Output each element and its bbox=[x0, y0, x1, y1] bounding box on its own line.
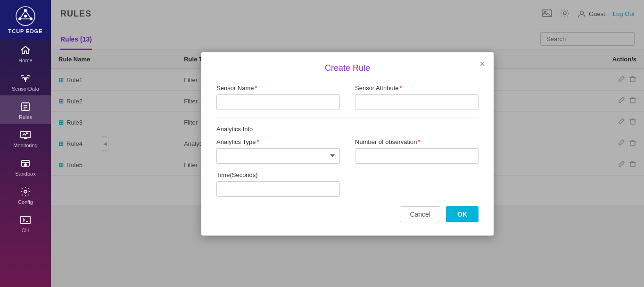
sidebar-item-sensordata[interactable]: SensorData bbox=[0, 67, 51, 95]
sidebar-nav: Home SensorData Rules bbox=[0, 39, 51, 287]
sidebar-item-home-label: Home bbox=[18, 58, 32, 63]
sidebar-item-rules-label: Rules bbox=[19, 114, 32, 120]
analytics-type-field: Analytics Type* Type A Type B bbox=[216, 138, 340, 164]
svg-line-5 bbox=[25, 10, 31, 19]
sidebar-brand: TCUP EDGE bbox=[8, 28, 43, 34]
logo-icon bbox=[15, 6, 36, 26]
analytics-type-required: * bbox=[257, 138, 259, 145]
sensor-name-input[interactable] bbox=[216, 94, 340, 110]
sidebar-item-rules[interactable]: Rules bbox=[0, 95, 51, 124]
time-row: Time(Seconds) bbox=[216, 171, 479, 197]
modal-actions: Cancel OK bbox=[216, 206, 479, 222]
sensor-attribute-label: Sensor Attribute* bbox=[355, 84, 479, 92]
analytics-type-label: Analytics Type* bbox=[216, 138, 340, 145]
sensor-attribute-field: Sensor Attribute* bbox=[355, 84, 479, 110]
analytics-divider bbox=[216, 118, 479, 118]
modal-title: Create Rule bbox=[216, 63, 479, 73]
sidebar-item-config[interactable]: Config bbox=[0, 180, 51, 209]
analytics-info-label: Analytics Info bbox=[216, 126, 479, 133]
time-seconds-label: Time(Seconds) bbox=[216, 171, 479, 178]
main-content: RULES Guest bbox=[51, 0, 644, 287]
svg-rect-23 bbox=[21, 216, 30, 224]
config-icon bbox=[20, 186, 31, 197]
ok-button[interactable]: OK bbox=[446, 206, 479, 222]
svg-point-8 bbox=[25, 78, 26, 80]
sensordata-icon bbox=[20, 73, 31, 84]
sidebar-item-cli[interactable]: CLI bbox=[0, 209, 51, 237]
num-observations-field: Number of observation* bbox=[355, 138, 479, 164]
rules-icon bbox=[20, 101, 31, 112]
sidebar-item-monitoring[interactable]: Monitoring bbox=[0, 124, 51, 152]
cancel-button[interactable]: Cancel bbox=[400, 206, 440, 222]
sidebar-item-config-label: Config bbox=[18, 199, 33, 205]
sensor-attribute-input[interactable] bbox=[355, 94, 479, 110]
sidebar-item-cli-label: CLI bbox=[21, 228, 29, 233]
modal-close-button[interactable]: × bbox=[479, 59, 485, 69]
sensor-name-field: Sensor Name* bbox=[216, 84, 340, 110]
sidebar-item-home[interactable]: Home bbox=[0, 39, 51, 67]
sidebar-item-sandbox[interactable]: Sandbox bbox=[0, 152, 51, 180]
svg-line-4 bbox=[20, 10, 25, 19]
sidebar-item-sandbox-label: Sandbox bbox=[15, 171, 35, 177]
time-seconds-input[interactable] bbox=[216, 181, 340, 197]
sidebar-logo: TCUP EDGE bbox=[0, 0, 51, 39]
num-observations-label: Number of observation* bbox=[355, 138, 479, 145]
sensor-attribute-required: * bbox=[400, 84, 402, 92]
create-rule-modal: Create Rule × Sensor Name* Sensor Attrib… bbox=[201, 52, 494, 236]
sensor-row: Sensor Name* Sensor Attribute* bbox=[216, 84, 479, 110]
sidebar: TCUP EDGE Home SensorData bbox=[0, 0, 51, 287]
modal-overlay: Create Rule × Sensor Name* Sensor Attrib… bbox=[51, 0, 644, 287]
svg-point-7 bbox=[24, 15, 27, 17]
sidebar-item-monitoring-label: Monitoring bbox=[13, 143, 37, 148]
num-observations-required: * bbox=[418, 138, 421, 145]
analytics-row: Analytics Type* Type A Type B Number of … bbox=[216, 138, 479, 164]
svg-point-22 bbox=[24, 190, 27, 193]
sandbox-icon bbox=[20, 158, 31, 169]
num-observations-input[interactable] bbox=[355, 148, 479, 164]
monitoring-icon bbox=[20, 129, 31, 141]
home-icon bbox=[20, 44, 31, 56]
sidebar-item-sensordata-label: SensorData bbox=[12, 86, 39, 92]
cli-icon bbox=[20, 214, 31, 226]
time-seconds-field: Time(Seconds) bbox=[216, 171, 479, 197]
analytics-type-select[interactable]: Type A Type B bbox=[216, 148, 340, 164]
sensor-name-label: Sensor Name* bbox=[216, 84, 340, 92]
sensor-name-required: * bbox=[255, 84, 257, 92]
